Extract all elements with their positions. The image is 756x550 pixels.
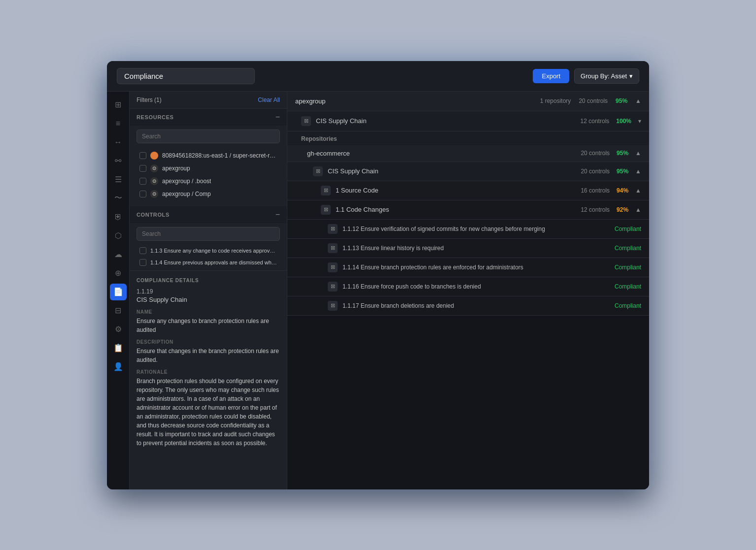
- repo-pct: 95%: [617, 150, 628, 157]
- code-changes-name: 1.1 Code Changes: [336, 206, 389, 213]
- sidebar-icon-table[interactable]: ⊟: [110, 302, 127, 319]
- page-title-input[interactable]: [117, 68, 255, 84]
- sidebar-icon-stack[interactable]: ⊕: [110, 265, 127, 282]
- control-rows-container: ⊠ 1.1.12 Ensure verification of signed c…: [287, 220, 649, 316]
- left-panel: Filters (1) Clear All RESOURCES − 808945…: [130, 92, 287, 489]
- sidebar-icon-link[interactable]: ⚯: [110, 153, 127, 169]
- policy-name: CIS Supply Chain: [316, 117, 367, 125]
- controls-title: CONTROLS: [137, 212, 170, 218]
- table-row[interactable]: ⊠ 1.1.17 Ensure branch deletions are den…: [287, 296, 649, 316]
- policy-icon: ⊠: [301, 116, 311, 126]
- compliance-details: COMPLIANCE DETAILS 1.1.19 CIS Supply Cha…: [130, 270, 287, 454]
- filters-label: Filters (1): [137, 97, 162, 103]
- compliance-details-title: COMPLIANCE DETAILS: [137, 278, 280, 283]
- list-item[interactable]: 1.1.3 Ensure any change to code receives…: [130, 245, 287, 257]
- table-row[interactable]: ⊠ 1.1.14 Ensure branch protection rules …: [287, 258, 649, 277]
- resources-title: RESOURCES: [137, 114, 174, 120]
- main-layout: ⊞ ≡ ↔ ⚯ ☰ 〜 ⛨ ⬡ ☁ ⊕ 📄 ⊟ ⚙ 📋 👤 Filters (1…: [107, 92, 649, 489]
- sidebar-icon-layers[interactable]: ≡: [110, 115, 127, 132]
- repo-policy-name: CIS Supply Chain: [328, 167, 378, 175]
- description-label: DESCRIPTION: [137, 339, 280, 345]
- resource-icon-orange: [150, 152, 158, 160]
- control-checkbox[interactable]: [139, 247, 146, 254]
- asset-repositories: 1 repository: [540, 97, 571, 104]
- group-by-dropdown[interactable]: Group By: Asset ▾: [574, 68, 639, 84]
- sidebar-icon-clipboard[interactable]: 📋: [110, 340, 127, 356]
- table-row[interactable]: ⊠ 1.1.16 Ensure force push code to branc…: [287, 277, 649, 296]
- code-changes-row[interactable]: ⊠ 1.1 Code Changes 12 controls 92% ▲: [287, 200, 649, 220]
- controls-search-box: [130, 223, 287, 245]
- control-left: ⊠ 1.1.14 Ensure branch protection rules …: [328, 262, 523, 272]
- repo-policy-meta: 20 controls 95% ▲: [581, 168, 641, 175]
- list-item[interactable]: ⊙ apexgroup / .boost: [137, 175, 280, 188]
- resource-list: 808945618288:us-east-1 / super-secret-re…: [130, 147, 287, 205]
- chevron-down-icon: ▾: [629, 72, 633, 80]
- resources-toggle-icon[interactable]: −: [275, 113, 280, 122]
- control-name: 1.1.12 Ensure verification of signed com…: [343, 226, 545, 232]
- control-left: ⊠ 1.1.16 Ensure force push code to branc…: [328, 282, 481, 291]
- sidebar-icon-cloud[interactable]: ☁: [110, 246, 127, 263]
- source-code-pct: 94%: [617, 187, 628, 194]
- code-changes-controls: 12 controls: [581, 206, 610, 213]
- asset-group-meta: 1 repository 20 controls 95% ▲: [540, 97, 641, 104]
- code-changes-icon: ⊠: [321, 205, 331, 215]
- sidebar-icon-person[interactable]: 👤: [110, 358, 127, 375]
- policy-meta: 12 controls 100% ▾: [581, 118, 641, 125]
- resource-label: 808945618288:us-east-1 / super-secret-re…: [162, 152, 277, 159]
- sidebar-icon-list[interactable]: ☰: [110, 171, 127, 188]
- control-icon: ⊠: [328, 262, 338, 272]
- source-code-controls: 16 controls: [581, 187, 610, 194]
- sidebar-icon-flow[interactable]: ↔: [110, 134, 127, 151]
- resource-checkbox[interactable]: [139, 152, 146, 159]
- control-icon: ⊠: [328, 301, 338, 311]
- compliance-number: 1.1.19: [137, 288, 280, 295]
- code-changes-left: ⊠ 1.1 Code Changes: [321, 205, 389, 215]
- controls-toggle-icon[interactable]: −: [275, 210, 280, 219]
- list-item[interactable]: ⊙ apexgroup: [137, 162, 280, 175]
- control-icon: ⊠: [328, 243, 338, 253]
- list-item[interactable]: 808945618288:us-east-1 / super-secret-re…: [137, 149, 280, 162]
- control-checkbox[interactable]: [139, 259, 146, 266]
- resources-search-box: [130, 126, 287, 147]
- sidebar-icon-gear[interactable]: ⚙: [110, 321, 127, 338]
- repo-row[interactable]: gh-ecommerce 20 controls 95% ▲: [287, 145, 649, 162]
- table-row[interactable]: ⊠ 1.1.13 Ensure linear history is requir…: [287, 239, 649, 258]
- resource-checkbox[interactable]: [139, 191, 146, 197]
- sidebar-icon-cube[interactable]: ⬡: [110, 227, 127, 244]
- control-left: ⊠ 1.1.17 Ensure branch deletions are den…: [328, 301, 454, 311]
- description-value: Ensure that changes in the branch protec…: [137, 347, 280, 364]
- repo-meta: 20 controls 95% ▲: [581, 150, 641, 157]
- sub-policy-row[interactable]: ⊠ CIS Supply Chain 20 controls 95% ▲: [287, 162, 649, 181]
- filter-header: Filters (1) Clear All: [130, 92, 287, 109]
- resource-checkbox[interactable]: [139, 165, 146, 172]
- sidebar-icon-grid[interactable]: ⊞: [110, 97, 127, 113]
- list-item[interactable]: 1.1.4 Ensure previous approvals are dism…: [130, 257, 287, 268]
- list-item[interactable]: ⊙ apexgroup / Comp: [137, 188, 280, 200]
- table-row[interactable]: ⊠ 1.1.12 Ensure verification of signed c…: [287, 220, 649, 239]
- repo-policy-pct: 95%: [617, 168, 628, 175]
- controls-search-input[interactable]: [137, 227, 280, 241]
- rationale-value: Branch protection rules should be config…: [137, 377, 280, 448]
- control-left: ⊠ 1.1.13 Ensure linear history is requir…: [328, 243, 444, 253]
- asset-group-name: apexgroup: [295, 97, 325, 105]
- sidebar-icon-wave[interactable]: 〜: [110, 190, 127, 207]
- policy-row[interactable]: ⊠ CIS Supply Chain 12 controls 100% ▾: [287, 111, 649, 131]
- asset-group-header[interactable]: apexgroup 1 repository 20 controls 95% ▲: [287, 92, 649, 111]
- controls-section: CONTROLS − 1.1.3 Ensure any change to co…: [130, 206, 287, 268]
- sidebar-icon-doc[interactable]: 📄: [110, 284, 127, 300]
- clear-all-button[interactable]: Clear All: [258, 97, 280, 103]
- controls-section-header: CONTROLS −: [130, 206, 287, 223]
- export-button[interactable]: Export: [533, 69, 569, 83]
- sidebar-icons: ⊞ ≡ ↔ ⚯ ☰ 〜 ⛨ ⬡ ☁ ⊕ 📄 ⊟ ⚙ 📋 👤: [107, 92, 130, 489]
- resources-search-input[interactable]: [137, 129, 280, 143]
- resource-label: apexgroup: [162, 165, 190, 172]
- asset-pct: 95%: [616, 97, 627, 104]
- control-left: ⊠ 1.1.12 Ensure verification of signed c…: [328, 224, 545, 234]
- source-code-icon: ⊠: [321, 186, 331, 195]
- resource-checkbox[interactable]: [139, 178, 146, 185]
- sidebar-icon-shield[interactable]: ⛨: [110, 209, 127, 226]
- source-code-meta: 16 controls 94% ▲: [581, 187, 641, 194]
- top-right-controls: Export Group By: Asset ▾: [533, 68, 639, 84]
- source-code-row[interactable]: ⊠ 1 Source Code 16 controls 94% ▲: [287, 181, 649, 200]
- control-label: 1.1.4 Ensure previous approvals are dism…: [150, 259, 277, 265]
